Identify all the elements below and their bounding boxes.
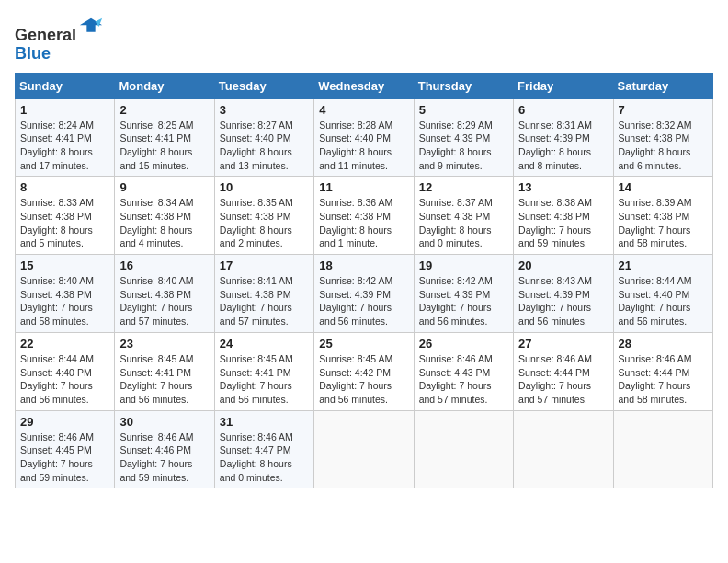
weekday-header-sunday: Sunday [16, 73, 115, 98]
day-number: 26 [419, 337, 508, 350]
day-info: Sunrise: 8:33 AM Sunset: 4:38 PM Dayligh… [20, 196, 109, 250]
day-number: 3 [220, 103, 309, 117]
calendar-cell: 11Sunrise: 8:36 AM Sunset: 4:38 PM Dayli… [314, 177, 414, 255]
day-info: Sunrise: 8:25 AM Sunset: 4:41 PM Dayligh… [119, 119, 209, 173]
day-number: 11 [319, 180, 408, 194]
day-number: 30 [119, 415, 209, 429]
calendar-cell: 21Sunrise: 8:44 AM Sunset: 4:40 PM Dayli… [613, 255, 712, 333]
day-info: Sunrise: 8:46 AM Sunset: 4:46 PM Dayligh… [119, 431, 209, 485]
weekday-header-friday: Friday [514, 73, 613, 98]
day-info: Sunrise: 8:40 AM Sunset: 4:38 PM Dayligh… [119, 274, 209, 328]
day-info: Sunrise: 8:35 AM Sunset: 4:38 PM Dayligh… [220, 196, 309, 250]
day-number: 20 [518, 259, 608, 272]
calendar-cell [514, 410, 613, 488]
day-info: Sunrise: 8:40 AM Sunset: 4:38 PM Dayligh… [20, 274, 109, 328]
calendar-cell: 8Sunrise: 8:33 AM Sunset: 4:38 PM Daylig… [16, 177, 115, 255]
day-number: 1 [20, 103, 109, 117]
day-info: Sunrise: 8:27 AM Sunset: 4:40 PM Dayligh… [220, 119, 309, 173]
day-info: Sunrise: 8:37 AM Sunset: 4:38 PM Dayligh… [419, 196, 508, 250]
logo-general: General [15, 26, 76, 44]
weekday-header-row: SundayMondayTuesdayWednesdayThursdayFrid… [16, 73, 713, 98]
calendar-cell: 30Sunrise: 8:46 AM Sunset: 4:46 PM Dayli… [115, 410, 214, 488]
day-number: 9 [119, 180, 209, 194]
day-info: Sunrise: 8:28 AM Sunset: 4:40 PM Dayligh… [319, 119, 408, 173]
day-number: 23 [119, 337, 209, 350]
day-number: 29 [20, 415, 109, 429]
day-info: Sunrise: 8:46 AM Sunset: 4:43 PM Dayligh… [419, 352, 508, 407]
day-number: 16 [119, 259, 209, 272]
day-info: Sunrise: 8:42 AM Sunset: 4:39 PM Dayligh… [419, 274, 508, 328]
calendar-cell: 4Sunrise: 8:28 AM Sunset: 4:40 PM Daylig… [314, 98, 414, 177]
day-info: Sunrise: 8:44 AM Sunset: 4:40 PM Dayligh… [20, 352, 109, 407]
calendar-cell: 16Sunrise: 8:40 AM Sunset: 4:38 PM Dayli… [115, 255, 214, 333]
day-number: 8 [20, 180, 109, 194]
day-info: Sunrise: 8:36 AM Sunset: 4:38 PM Dayligh… [319, 196, 408, 250]
day-number: 19 [419, 259, 508, 272]
calendar-week-row: 22Sunrise: 8:44 AM Sunset: 4:40 PM Dayli… [16, 332, 713, 410]
day-number: 31 [220, 415, 309, 429]
day-info: Sunrise: 8:29 AM Sunset: 4:39 PM Dayligh… [419, 119, 508, 173]
calendar-cell: 22Sunrise: 8:44 AM Sunset: 4:40 PM Dayli… [16, 332, 115, 410]
day-info: Sunrise: 8:46 AM Sunset: 4:45 PM Dayligh… [20, 431, 109, 485]
day-number: 13 [518, 180, 608, 194]
day-info: Sunrise: 8:46 AM Sunset: 4:44 PM Dayligh… [619, 352, 708, 407]
day-info: Sunrise: 8:46 AM Sunset: 4:47 PM Dayligh… [220, 431, 309, 485]
calendar-cell: 9Sunrise: 8:34 AM Sunset: 4:38 PM Daylig… [115, 177, 214, 255]
day-number: 25 [319, 337, 408, 350]
day-number: 6 [518, 103, 608, 117]
logo: General Blue [15, 15, 104, 63]
calendar-cell: 27Sunrise: 8:46 AM Sunset: 4:44 PM Dayli… [514, 332, 613, 410]
day-number: 21 [619, 259, 708, 272]
calendar-cell: 26Sunrise: 8:46 AM Sunset: 4:43 PM Dayli… [414, 332, 513, 410]
day-info: Sunrise: 8:45 AM Sunset: 4:41 PM Dayligh… [119, 352, 209, 407]
svg-marker-1 [96, 18, 102, 27]
calendar-table: SundayMondayTuesdayWednesdayThursdayFrid… [15, 73, 713, 489]
calendar-cell: 25Sunrise: 8:45 AM Sunset: 4:42 PM Dayli… [314, 332, 414, 410]
calendar-cell: 5Sunrise: 8:29 AM Sunset: 4:39 PM Daylig… [414, 98, 513, 177]
calendar-cell: 18Sunrise: 8:42 AM Sunset: 4:39 PM Dayli… [314, 255, 414, 333]
day-number: 10 [220, 180, 309, 194]
logo-blue: Blue [15, 44, 51, 63]
logo-bird-icon [78, 15, 104, 40]
day-info: Sunrise: 8:41 AM Sunset: 4:38 PM Dayligh… [220, 274, 309, 328]
calendar-cell: 23Sunrise: 8:45 AM Sunset: 4:41 PM Dayli… [115, 332, 214, 410]
calendar-cell [314, 410, 414, 488]
weekday-header-thursday: Thursday [414, 73, 513, 98]
calendar-week-row: 29Sunrise: 8:46 AM Sunset: 4:45 PM Dayli… [16, 410, 713, 488]
calendar-cell: 13Sunrise: 8:38 AM Sunset: 4:38 PM Dayli… [514, 177, 613, 255]
day-info: Sunrise: 8:42 AM Sunset: 4:39 PM Dayligh… [319, 274, 408, 328]
day-number: 12 [419, 180, 508, 194]
calendar-cell [613, 410, 712, 488]
day-number: 4 [319, 103, 408, 117]
calendar-cell: 2Sunrise: 8:25 AM Sunset: 4:41 PM Daylig… [115, 98, 214, 177]
calendar-cell: 1Sunrise: 8:24 AM Sunset: 4:41 PM Daylig… [16, 98, 115, 177]
day-number: 28 [619, 337, 708, 350]
day-number: 22 [20, 337, 109, 350]
day-number: 2 [119, 103, 209, 117]
calendar-cell: 19Sunrise: 8:42 AM Sunset: 4:39 PM Dayli… [414, 255, 513, 333]
weekday-header-wednesday: Wednesday [314, 73, 414, 98]
day-info: Sunrise: 8:43 AM Sunset: 4:39 PM Dayligh… [518, 274, 608, 328]
day-info: Sunrise: 8:32 AM Sunset: 4:38 PM Dayligh… [619, 119, 708, 173]
day-info: Sunrise: 8:34 AM Sunset: 4:38 PM Dayligh… [119, 196, 209, 250]
day-info: Sunrise: 8:45 AM Sunset: 4:41 PM Dayligh… [220, 352, 309, 407]
weekday-header-saturday: Saturday [613, 73, 712, 98]
calendar-cell: 10Sunrise: 8:35 AM Sunset: 4:38 PM Dayli… [214, 177, 313, 255]
calendar-cell: 24Sunrise: 8:45 AM Sunset: 4:41 PM Dayli… [214, 332, 313, 410]
day-number: 15 [20, 259, 109, 272]
calendar-cell: 3Sunrise: 8:27 AM Sunset: 4:40 PM Daylig… [214, 98, 313, 177]
day-info: Sunrise: 8:44 AM Sunset: 4:40 PM Dayligh… [619, 274, 708, 328]
day-info: Sunrise: 8:31 AM Sunset: 4:39 PM Dayligh… [518, 119, 608, 173]
calendar-cell: 14Sunrise: 8:39 AM Sunset: 4:38 PM Dayli… [613, 177, 712, 255]
calendar-cell: 15Sunrise: 8:40 AM Sunset: 4:38 PM Dayli… [16, 255, 115, 333]
day-number: 18 [319, 259, 408, 272]
calendar-cell: 28Sunrise: 8:46 AM Sunset: 4:44 PM Dayli… [613, 332, 712, 410]
weekday-header-tuesday: Tuesday [214, 73, 313, 98]
day-number: 14 [619, 180, 708, 194]
weekday-header-monday: Monday [115, 73, 214, 98]
calendar-cell: 31Sunrise: 8:46 AM Sunset: 4:47 PM Dayli… [214, 410, 313, 488]
calendar-cell [414, 410, 513, 488]
calendar-week-row: 8Sunrise: 8:33 AM Sunset: 4:38 PM Daylig… [16, 177, 713, 255]
calendar-cell: 6Sunrise: 8:31 AM Sunset: 4:39 PM Daylig… [514, 98, 613, 177]
calendar-cell: 12Sunrise: 8:37 AM Sunset: 4:38 PM Dayli… [414, 177, 513, 255]
